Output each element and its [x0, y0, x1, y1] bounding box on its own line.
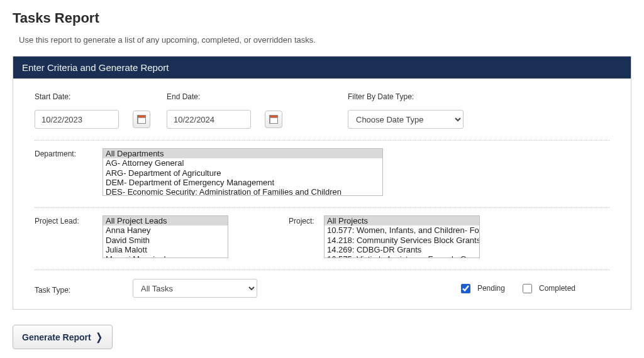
- list-item[interactable]: Julia Malott: [103, 245, 228, 254]
- list-item[interactable]: 14.218: Community Services Block Grants: [325, 236, 479, 245]
- page-description: Use this report to generate a list of an…: [19, 35, 631, 45]
- pending-checkbox-wrap[interactable]: Pending: [458, 282, 505, 295]
- calendar-icon: [269, 115, 278, 124]
- project-label: Project:: [289, 215, 324, 225]
- list-item[interactable]: ARG- Department of Agriculture: [103, 168, 382, 178]
- project-listbox[interactable]: All Projects 10.577: Women, Infants, and…: [324, 215, 480, 258]
- list-item[interactable]: Merani Mensingh: [103, 254, 228, 258]
- project-lead-listbox[interactable]: All Project Leads Anna Haney David Smith…: [103, 215, 228, 258]
- list-item[interactable]: All Departments: [103, 149, 382, 158]
- start-date-label: Start Date:: [35, 92, 165, 101]
- pending-checkbox[interactable]: [461, 284, 470, 293]
- completed-checkbox[interactable]: [523, 284, 532, 293]
- page-title: Tasks Report: [13, 10, 631, 26]
- panel-header: Enter Criteria and Generate Report: [13, 57, 631, 79]
- list-item[interactable]: All Projects: [325, 216, 479, 225]
- list-item[interactable]: DES- Economic Security: Administration o…: [103, 187, 382, 196]
- generate-report-label: Generate Report: [22, 332, 91, 342]
- list-item[interactable]: DEM- Department of Emergency Management: [103, 178, 382, 187]
- department-listbox[interactable]: All Departments AG- Attorney General ARG…: [103, 148, 383, 196]
- list-item[interactable]: AG- Attorney General: [103, 158, 382, 168]
- end-date-calendar-button[interactable]: [265, 111, 282, 128]
- criteria-panel: Enter Criteria and Generate Report Start…: [13, 56, 631, 310]
- start-date-calendar-button[interactable]: [133, 111, 150, 128]
- list-item[interactable]: David Smith: [103, 236, 228, 245]
- list-item[interactable]: 16.575: Victim's Assistance Formula Gran…: [325, 254, 479, 258]
- project-lead-label: Project Lead:: [35, 215, 103, 225]
- calendar-icon: [137, 115, 146, 124]
- list-item[interactable]: All Project Leads: [103, 216, 228, 225]
- end-date-label: End Date:: [167, 92, 297, 101]
- completed-label: Completed: [539, 284, 575, 293]
- list-item[interactable]: 10.577: Women, Infants, and Children- Fo…: [325, 225, 479, 235]
- filter-date-type-select[interactable]: Choose Date Type: [348, 110, 464, 129]
- department-label: Department:: [35, 148, 103, 158]
- list-item[interactable]: Anna Haney: [103, 225, 228, 235]
- end-date-input[interactable]: [167, 110, 251, 129]
- completed-checkbox-wrap[interactable]: Completed: [520, 282, 575, 295]
- task-type-label: Task Type:: [35, 282, 103, 295]
- start-date-input[interactable]: [35, 110, 119, 129]
- chevron-right-icon: ❭: [95, 331, 103, 343]
- pending-label: Pending: [477, 284, 505, 293]
- generate-report-button[interactable]: Generate Report ❭: [13, 325, 113, 349]
- filter-date-type-label: Filter By Date Type:: [348, 92, 474, 101]
- task-type-select[interactable]: All Tasks: [133, 279, 257, 298]
- list-item[interactable]: 14.269: CDBG-DR Grants: [325, 245, 479, 254]
